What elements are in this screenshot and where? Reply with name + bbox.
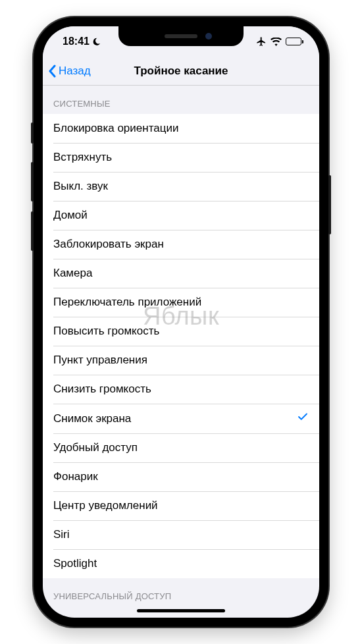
wifi-icon (271, 38, 282, 46)
back-label: Назад (59, 65, 91, 78)
list-item-label: Домой (53, 209, 88, 222)
list-item-label: Siri (53, 528, 70, 541)
list-item[interactable]: Встряхнуть (43, 143, 319, 172)
list-item[interactable]: Заблокировать экран (43, 230, 319, 259)
list-item[interactable]: Выкл. звук (43, 172, 319, 201)
do-not-disturb-icon (92, 37, 101, 46)
list-item-label: Снизить громкость (53, 383, 151, 396)
list-item[interactable]: Домой (43, 201, 319, 230)
chevron-left-icon (48, 65, 56, 78)
list-item-label: Переключатель приложений (53, 296, 201, 309)
list-item-label: Фонарик (53, 470, 98, 483)
list-item-label: Пункт управления (53, 354, 147, 367)
phone-frame: 18:41 Назад (34, 17, 328, 627)
list-item[interactable]: Снизить громкость (43, 375, 319, 404)
list-item[interactable]: Spotlight (43, 549, 319, 578)
status-time: 18:41 (63, 36, 90, 47)
side-button (31, 122, 34, 144)
side-button (31, 211, 34, 251)
nav-bar: Назад Тройное касание (43, 57, 319, 86)
airplane-mode-icon (256, 36, 267, 47)
list-item-label: Повысить громкость (53, 325, 159, 338)
front-camera (205, 33, 212, 40)
list-item[interactable]: Камера (43, 259, 319, 288)
section-header: УНИВЕРСАЛЬНЫЙ ДОСТУП (43, 578, 319, 606)
list-item[interactable]: Центр уведомлений (43, 491, 319, 520)
list-item-label: Заблокировать экран (53, 238, 164, 251)
list-item-label: Удобный доступ (53, 441, 138, 454)
list-item-label: Центр уведомлений (53, 499, 158, 512)
list-item-label: Встряхнуть (53, 151, 112, 164)
list-item-label: Выкл. звук (53, 180, 108, 193)
list-item[interactable]: Фонарик (43, 462, 319, 491)
checkmark-icon (297, 411, 309, 426)
side-button (328, 175, 331, 234)
status-right (256, 36, 303, 47)
status-left: 18:41 (63, 36, 101, 47)
list-item-label: Spotlight (53, 557, 97, 570)
list-item[interactable]: Siri (43, 520, 319, 549)
list-item-label: Блокировка ориентации (53, 122, 178, 135)
settings-list: Блокировка ориентацииВстряхнутьВыкл. зву… (43, 114, 319, 578)
screen: 18:41 Назад (43, 26, 319, 618)
list-item[interactable]: Переключатель приложений (43, 288, 319, 317)
list-item-label: Снимок экрана (53, 412, 131, 425)
side-button (31, 162, 34, 201)
notch (118, 26, 244, 46)
content-scroll[interactable]: СИСТЕМНЫЕБлокировка ориентацииВстряхнуть… (43, 86, 319, 618)
list-item[interactable]: Снимок экрана (43, 404, 319, 433)
speaker-grille (165, 34, 197, 38)
list-item[interactable]: Удобный доступ (43, 433, 319, 462)
list-item[interactable]: Повысить громкость (43, 317, 319, 346)
home-indicator[interactable] (137, 609, 225, 612)
list-item[interactable]: Блокировка ориентации (43, 114, 319, 143)
battery-icon (286, 38, 303, 45)
list-item[interactable]: Пункт управления (43, 346, 319, 375)
back-button[interactable]: Назад (48, 65, 91, 78)
list-item-label: Камера (53, 267, 92, 280)
section-header: СИСТЕМНЫЕ (43, 86, 319, 114)
